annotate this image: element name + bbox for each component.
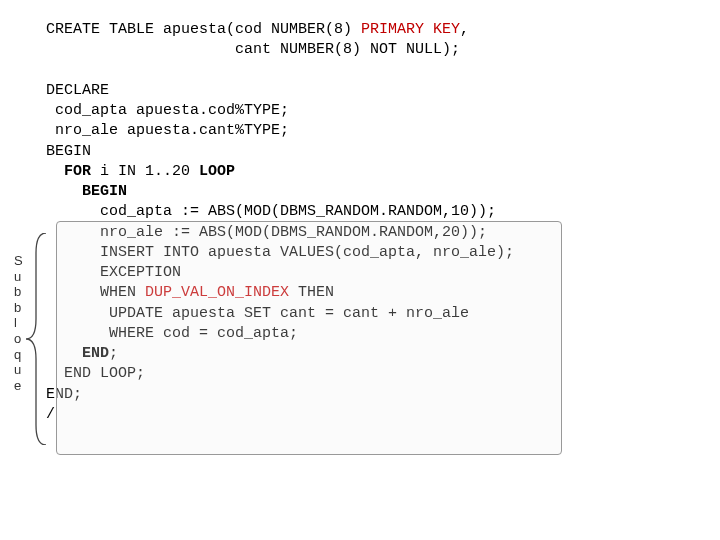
end-keyword: END xyxy=(82,345,109,362)
create-line-1: CREATE TABLE apuesta(cod NUMBER(8) PRIMA… xyxy=(46,20,686,40)
update-stmt: UPDATE apuesta SET cant = cant + nro_ale xyxy=(46,304,686,324)
text xyxy=(46,183,82,200)
where-clause: WHERE cod = cod_apta; xyxy=(46,324,686,344)
begin: BEGIN xyxy=(46,142,686,162)
var-cod-apta: cod_apta apuesta.cod%TYPE; xyxy=(46,101,686,121)
create-line-2: cant NUMBER(8) NOT NULL); xyxy=(46,40,686,60)
inner-end: END; xyxy=(46,344,686,364)
inner-begin: BEGIN xyxy=(46,182,686,202)
begin-keyword: BEGIN xyxy=(82,183,127,200)
label-char: b xyxy=(14,284,23,300)
for-loop: FOR i IN 1..20 LOOP xyxy=(46,162,686,182)
label-char: e xyxy=(14,378,23,394)
subbloque-label: S u b b l o q u e xyxy=(14,253,23,393)
end-loop: END LOOP; xyxy=(46,364,686,384)
text xyxy=(46,163,64,180)
assign-cod-apta: cod_apta := ABS(MOD(DBMS_RANDOM.RANDOM,1… xyxy=(46,202,686,222)
slash: / xyxy=(46,405,686,425)
blank-line xyxy=(46,61,686,81)
var-nro-ale: nro_ale apuesta.cant%TYPE; xyxy=(46,121,686,141)
loop-keyword: LOOP xyxy=(199,163,235,180)
outer-end: END; xyxy=(46,385,686,405)
for-keyword: FOR xyxy=(64,163,91,180)
text xyxy=(46,345,82,362)
text: CREATE TABLE apuesta(cod NUMBER(8) xyxy=(46,21,361,38)
label-char: o xyxy=(14,331,23,347)
text: i IN 1..20 xyxy=(91,163,199,180)
declare: DECLARE xyxy=(46,81,686,101)
brace-icon xyxy=(26,233,48,445)
when-dup-val: WHEN DUP_VAL_ON_INDEX THEN xyxy=(46,283,686,303)
text: ; xyxy=(109,345,118,362)
label-char: u xyxy=(14,269,23,285)
dup-val-on-index: DUP_VAL_ON_INDEX xyxy=(145,284,289,301)
assign-nro-ale: nro_ale := ABS(MOD(DBMS_RANDOM.RANDOM,20… xyxy=(46,223,686,243)
label-char: l xyxy=(14,315,23,331)
label-char: b xyxy=(14,300,23,316)
label-char: q xyxy=(14,347,23,363)
label-char: S xyxy=(14,253,23,269)
code-block: CREATE TABLE apuesta(cod NUMBER(8) PRIMA… xyxy=(46,20,686,425)
exception: EXCEPTION xyxy=(46,263,686,283)
text: WHEN xyxy=(46,284,145,301)
text: , xyxy=(460,21,469,38)
label-char: u xyxy=(14,362,23,378)
text: THEN xyxy=(289,284,334,301)
primary-key: PRIMARY KEY xyxy=(361,21,460,38)
insert-stmt: INSERT INTO apuesta VALUES(cod_apta, nro… xyxy=(46,243,686,263)
